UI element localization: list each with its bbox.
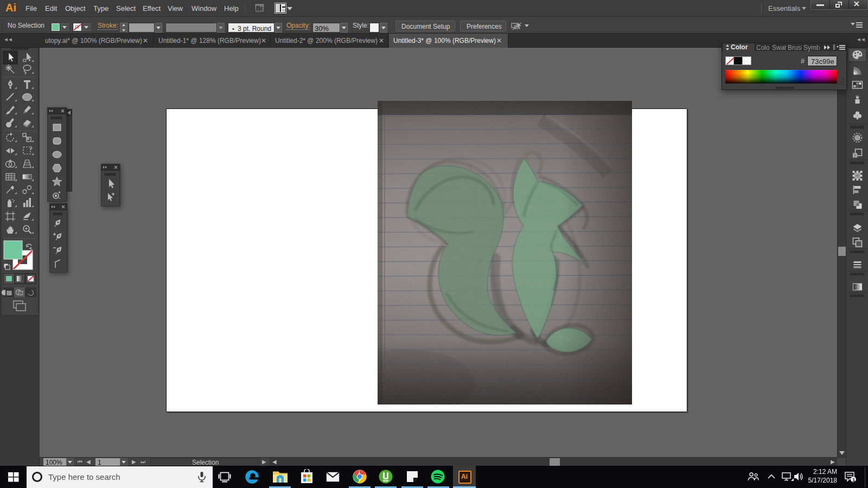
svg-text:1: 1 [852,477,855,483]
